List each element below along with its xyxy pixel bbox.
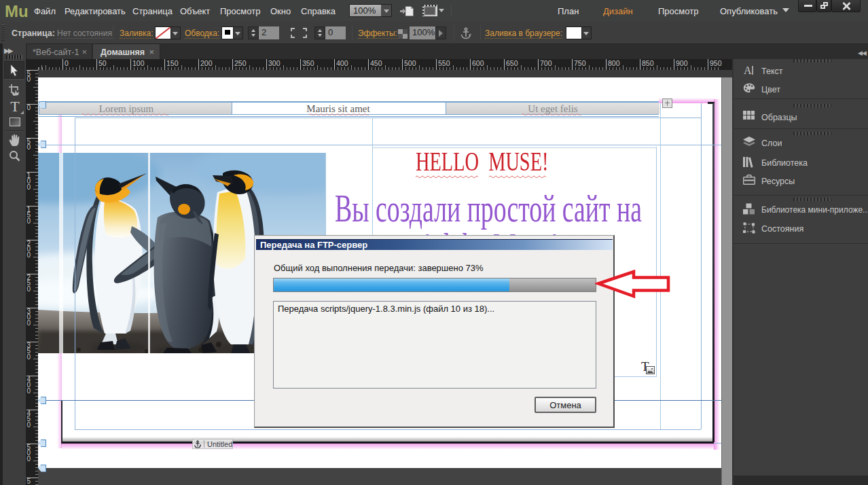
svg-text:A: A [744,65,752,76]
